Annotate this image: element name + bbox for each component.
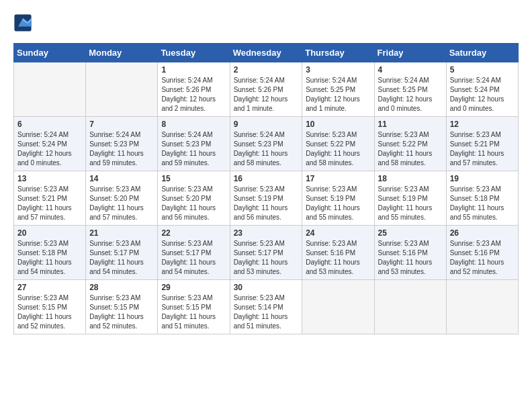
weekday-header-friday: Friday	[374, 44, 446, 62]
calendar-week-row: 20Sunrise: 5:23 AMSunset: 5:18 PMDayligh…	[14, 226, 519, 280]
weekday-header-tuesday: Tuesday	[158, 44, 230, 62]
calendar-cell	[86, 62, 158, 117]
calendar-cell: 29Sunrise: 5:23 AMSunset: 5:15 PMDayligh…	[158, 280, 230, 334]
weekday-header-sunday: Sunday	[14, 44, 86, 62]
calendar-cell: 12Sunrise: 5:23 AMSunset: 5:21 PMDayligh…	[446, 117, 518, 171]
calendar-cell: 5Sunrise: 5:24 AMSunset: 5:24 PMDaylight…	[446, 62, 518, 117]
calendar-cell	[374, 280, 446, 334]
day-number: 28	[89, 283, 154, 292]
calendar-header-row: SundayMondayTuesdayWednesdayThursdayFrid…	[14, 44, 519, 62]
day-number: 5	[450, 65, 515, 75]
day-number: 11	[378, 120, 443, 129]
calendar-cell	[446, 280, 518, 334]
day-info: Sunrise: 5:23 AMSunset: 5:15 PMDaylight:…	[161, 293, 226, 331]
day-info: Sunrise: 5:23 AMSunset: 5:22 PMDaylight:…	[378, 130, 443, 168]
day-info: Sunrise: 5:23 AMSunset: 5:20 PMDaylight:…	[161, 185, 226, 222]
weekday-header-monday: Monday	[86, 44, 158, 62]
calendar-week-row: 6Sunrise: 5:24 AMSunset: 5:24 PMDaylight…	[14, 117, 519, 171]
day-info: Sunrise: 5:24 AMSunset: 5:24 PMDaylight:…	[17, 130, 82, 168]
day-info: Sunrise: 5:24 AMSunset: 5:26 PMDaylight:…	[161, 76, 226, 113]
calendar-cell: 19Sunrise: 5:23 AMSunset: 5:18 PMDayligh…	[446, 171, 518, 226]
calendar-cell: 14Sunrise: 5:23 AMSunset: 5:20 PMDayligh…	[86, 171, 158, 226]
calendar-cell: 22Sunrise: 5:23 AMSunset: 5:17 PMDayligh…	[158, 226, 230, 280]
day-info: Sunrise: 5:23 AMSunset: 5:17 PMDaylight:…	[161, 239, 226, 277]
day-info: Sunrise: 5:23 AMSunset: 5:18 PMDaylight:…	[17, 239, 82, 277]
calendar-week-row: 27Sunrise: 5:23 AMSunset: 5:15 PMDayligh…	[14, 280, 519, 334]
day-number: 20	[17, 228, 82, 238]
day-number: 9	[234, 120, 299, 129]
calendar-cell: 15Sunrise: 5:23 AMSunset: 5:20 PMDayligh…	[158, 171, 230, 226]
day-info: Sunrise: 5:23 AMSunset: 5:14 PMDaylight:…	[234, 293, 299, 331]
calendar-week-row: 1Sunrise: 5:24 AMSunset: 5:26 PMDaylight…	[14, 62, 519, 117]
calendar-cell: 11Sunrise: 5:23 AMSunset: 5:22 PMDayligh…	[374, 117, 446, 171]
calendar-cell: 25Sunrise: 5:23 AMSunset: 5:16 PMDayligh…	[374, 226, 446, 280]
day-number: 17	[306, 174, 370, 183]
calendar-cell: 9Sunrise: 5:24 AMSunset: 5:23 PMDaylight…	[230, 117, 302, 171]
day-info: Sunrise: 5:23 AMSunset: 5:20 PMDaylight:…	[89, 185, 154, 222]
day-number: 22	[161, 228, 226, 238]
day-number: 30	[234, 283, 299, 292]
day-number: 4	[378, 65, 443, 75]
day-number: 14	[89, 174, 154, 183]
calendar-cell: 4Sunrise: 5:24 AMSunset: 5:25 PMDaylight…	[374, 62, 446, 117]
day-info: Sunrise: 5:24 AMSunset: 5:25 PMDaylight:…	[378, 76, 443, 113]
day-info: Sunrise: 5:23 AMSunset: 5:17 PMDaylight:…	[234, 239, 299, 277]
calendar-cell: 26Sunrise: 5:23 AMSunset: 5:16 PMDayligh…	[446, 226, 518, 280]
day-number: 3	[306, 65, 370, 75]
calendar-cell: 17Sunrise: 5:23 AMSunset: 5:19 PMDayligh…	[302, 171, 374, 226]
day-number: 2	[234, 65, 299, 75]
day-number: 23	[234, 228, 299, 238]
calendar-cell: 8Sunrise: 5:24 AMSunset: 5:23 PMDaylight…	[158, 117, 230, 171]
day-info: Sunrise: 5:23 AMSunset: 5:19 PMDaylight:…	[234, 185, 299, 222]
day-info: Sunrise: 5:23 AMSunset: 5:21 PMDaylight:…	[450, 130, 515, 168]
calendar-cell: 30Sunrise: 5:23 AMSunset: 5:14 PMDayligh…	[230, 280, 302, 334]
day-info: Sunrise: 5:23 AMSunset: 5:15 PMDaylight:…	[17, 293, 82, 331]
calendar-cell: 23Sunrise: 5:23 AMSunset: 5:17 PMDayligh…	[230, 226, 302, 280]
day-info: Sunrise: 5:23 AMSunset: 5:16 PMDaylight:…	[450, 239, 515, 277]
day-number: 15	[161, 174, 226, 183]
day-number: 27	[17, 283, 82, 292]
day-number: 6	[17, 120, 82, 129]
header	[13, 13, 519, 32]
calendar-cell: 2Sunrise: 5:24 AMSunset: 5:26 PMDaylight…	[230, 62, 302, 117]
calendar-cell: 10Sunrise: 5:23 AMSunset: 5:22 PMDayligh…	[302, 117, 374, 171]
day-info: Sunrise: 5:23 AMSunset: 5:19 PMDaylight:…	[378, 185, 443, 222]
day-number: 8	[161, 120, 226, 129]
day-info: Sunrise: 5:23 AMSunset: 5:15 PMDaylight:…	[89, 293, 154, 331]
day-info: Sunrise: 5:23 AMSunset: 5:17 PMDaylight:…	[89, 239, 154, 277]
day-info: Sunrise: 5:24 AMSunset: 5:23 PMDaylight:…	[234, 130, 299, 168]
day-info: Sunrise: 5:23 AMSunset: 5:21 PMDaylight:…	[17, 185, 82, 222]
day-info: Sunrise: 5:23 AMSunset: 5:22 PMDaylight:…	[306, 130, 370, 168]
calendar-cell: 13Sunrise: 5:23 AMSunset: 5:21 PMDayligh…	[14, 171, 86, 226]
calendar-cell: 6Sunrise: 5:24 AMSunset: 5:24 PMDaylight…	[14, 117, 86, 171]
day-number: 24	[306, 228, 370, 238]
calendar-cell: 27Sunrise: 5:23 AMSunset: 5:15 PMDayligh…	[14, 280, 86, 334]
day-info: Sunrise: 5:24 AMSunset: 5:23 PMDaylight:…	[89, 130, 154, 168]
calendar-cell: 21Sunrise: 5:23 AMSunset: 5:17 PMDayligh…	[86, 226, 158, 280]
day-info: Sunrise: 5:23 AMSunset: 5:19 PMDaylight:…	[306, 185, 370, 222]
calendar-table: SundayMondayTuesdayWednesdayThursdayFrid…	[13, 43, 519, 334]
day-number: 29	[161, 283, 226, 292]
logo-icon	[13, 13, 32, 32]
day-info: Sunrise: 5:23 AMSunset: 5:16 PMDaylight:…	[378, 239, 443, 277]
day-number: 25	[378, 228, 443, 238]
day-info: Sunrise: 5:24 AMSunset: 5:26 PMDaylight:…	[234, 76, 299, 113]
day-number: 12	[450, 120, 515, 129]
day-info: Sunrise: 5:24 AMSunset: 5:25 PMDaylight:…	[306, 76, 370, 113]
calendar-cell: 28Sunrise: 5:23 AMSunset: 5:15 PMDayligh…	[86, 280, 158, 334]
calendar-cell	[14, 62, 86, 117]
calendar-cell: 1Sunrise: 5:24 AMSunset: 5:26 PMDaylight…	[158, 62, 230, 117]
calendar-cell: 3Sunrise: 5:24 AMSunset: 5:25 PMDaylight…	[302, 62, 374, 117]
calendar-cell	[302, 280, 374, 334]
day-info: Sunrise: 5:24 AMSunset: 5:23 PMDaylight:…	[161, 130, 226, 168]
day-info: Sunrise: 5:24 AMSunset: 5:24 PMDaylight:…	[450, 76, 515, 113]
weekday-header-wednesday: Wednesday	[230, 44, 302, 62]
calendar-cell: 7Sunrise: 5:24 AMSunset: 5:23 PMDaylight…	[86, 117, 158, 171]
calendar-cell: 16Sunrise: 5:23 AMSunset: 5:19 PMDayligh…	[230, 171, 302, 226]
day-number: 13	[17, 174, 82, 183]
day-info: Sunrise: 5:23 AMSunset: 5:18 PMDaylight:…	[450, 185, 515, 222]
weekday-header-saturday: Saturday	[446, 44, 518, 62]
calendar-cell: 20Sunrise: 5:23 AMSunset: 5:18 PMDayligh…	[14, 226, 86, 280]
day-number: 7	[89, 120, 154, 129]
logo	[13, 13, 35, 32]
